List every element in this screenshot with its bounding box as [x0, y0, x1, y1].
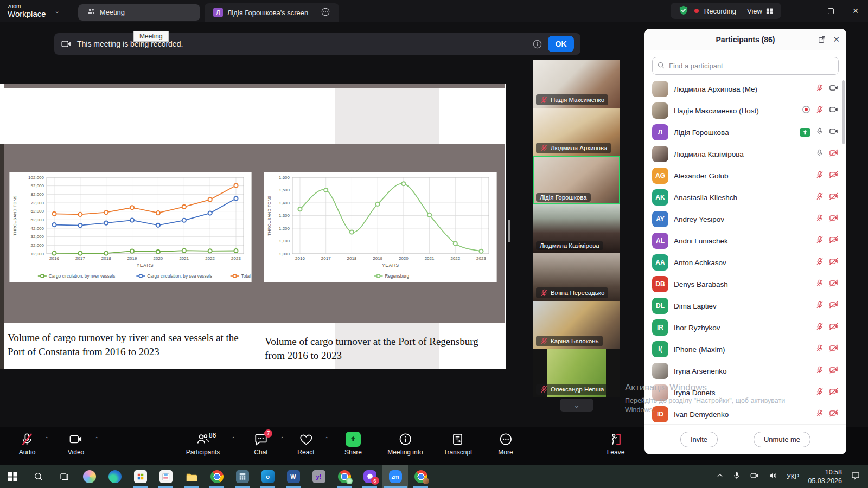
document-scrollbar[interactable]	[508, 220, 510, 242]
participant-row[interactable]: I(iPhone (Maxim)	[644, 338, 846, 360]
mic-muted-icon	[815, 214, 824, 224]
participant-row[interactable]: AGAlexander Golub	[644, 165, 846, 187]
chevron-down-icon[interactable]: ⌄	[55, 8, 60, 15]
video-tile[interactable]: Людмила Архипова	[533, 108, 620, 156]
audio-options-chevron[interactable]: ⌃	[44, 436, 49, 442]
taskbar-icon-chrome[interactable]	[204, 465, 229, 488]
participants-scrollbar[interactable]	[842, 80, 845, 144]
info-icon[interactable]	[532, 39, 542, 49]
language-indicator[interactable]: УКР	[787, 473, 800, 480]
transcript-button[interactable]: Transcript	[444, 432, 473, 456]
camera-off-icon	[829, 322, 839, 333]
taskbar-icon-zoom[interactable]: zm	[382, 465, 408, 488]
taskbar-icon-chrome-globe[interactable]	[331, 465, 357, 488]
taskbar-icon-calculator[interactable]	[229, 465, 255, 488]
taskbar-icon-viber[interactable]: 6	[357, 465, 382, 488]
svg-text:102,000: 102,000	[28, 175, 44, 180]
more-options-icon[interactable]	[321, 7, 330, 18]
mic-muted-icon	[815, 105, 824, 116]
mic-muted-icon	[815, 322, 824, 333]
taskbar-icon-file-explorer[interactable]	[178, 465, 204, 488]
view-button[interactable]: View	[747, 7, 774, 15]
taskbar-icon-start[interactable]	[0, 465, 25, 488]
ok-button[interactable]: OK	[548, 36, 574, 52]
participant-name: Iryna Arsenenko	[674, 367, 727, 375]
tab-meeting[interactable]: Meeting	[78, 4, 200, 21]
close-button[interactable]: ✕	[843, 0, 868, 22]
video-tile[interactable]: Олександр Непша	[533, 349, 620, 397]
more-button[interactable]: More	[498, 432, 513, 456]
participant-row[interactable]: Iryna Donets	[644, 382, 846, 403]
more-tiles-chevron-button[interactable]: ⌄	[560, 399, 593, 412]
taskbar-clock[interactable]: 10:58 05.03.2026	[808, 468, 842, 486]
participant-name: Alexander Golub	[674, 172, 729, 180]
video-tile[interactable]: Надія Максименко	[533, 60, 620, 108]
taskbar-icon-store[interactable]	[127, 465, 153, 488]
tray-microphone-icon[interactable]	[732, 471, 741, 482]
audio-button[interactable]: Audio	[19, 432, 36, 456]
chart-constanta: 12,00022,00032,00042,00052,00062,00072,0…	[10, 172, 251, 282]
participant-row[interactable]: AYAndrey Yesipov	[644, 208, 846, 230]
meeting-status-pill: Recording View	[671, 3, 781, 19]
video-tile[interactable]: Каріна Бєлоконь	[533, 301, 620, 349]
video-tile[interactable]: Людмила Казімірова	[533, 204, 620, 253]
tab-shared-screen[interactable]: Л Лідія Горошкова's screen	[205, 3, 339, 22]
taskbar-icon-yahoo[interactable]: y!	[306, 465, 331, 488]
react-options-chevron[interactable]: ⌃	[324, 436, 329, 442]
pop-out-icon[interactable]	[818, 35, 826, 44]
participant-row[interactable]: IRIhor Ryzhykov	[644, 317, 846, 338]
participant-row[interactable]: Надія Максименко (Host)	[644, 100, 846, 121]
find-participant-input[interactable]	[652, 57, 839, 75]
video-button[interactable]: Video	[68, 432, 84, 456]
participant-row[interactable]: DLDima Laptiev	[644, 295, 846, 317]
svg-text:2022: 2022	[205, 256, 215, 261]
meeting-info-button[interactable]: Meeting info	[387, 432, 423, 456]
brand-line1: zoom	[8, 4, 46, 9]
taskbar-icon-floppy-app[interactable]	[153, 465, 178, 488]
camera-off-icon	[829, 408, 839, 420]
notification-center-icon[interactable]	[851, 471, 860, 483]
participant-row[interactable]: ALAndrii Luniachek	[644, 230, 846, 252]
tab-meeting-label: Meeting	[100, 8, 125, 16]
participant-row[interactable]: AKAnastasiia Klieshch	[644, 187, 846, 208]
share-button[interactable]: Share	[344, 432, 362, 456]
camera-off-icon	[829, 300, 839, 312]
tray-chevron-up-icon[interactable]	[716, 472, 724, 481]
unmute-me-button[interactable]: Unmute me	[754, 432, 810, 447]
video-tile-name: Віліна Пересадько	[536, 287, 608, 298]
maximize-button[interactable]	[818, 0, 843, 22]
chat-options-chevron[interactable]: ⌃	[280, 436, 284, 442]
taskbar-icon-search[interactable]	[25, 465, 51, 488]
participant-row[interactable]: Людмила Казімірова	[644, 143, 846, 165]
tray-speaker-icon[interactable]	[768, 471, 778, 483]
chat-badge: 7	[264, 429, 272, 438]
react-button[interactable]: React	[297, 432, 314, 456]
participants-options-chevron[interactable]: ⌃	[231, 436, 235, 442]
security-shield-icon[interactable]	[678, 5, 689, 17]
taskbar-icon-chrome-profile[interactable]	[408, 465, 433, 488]
svg-text:2016: 2016	[295, 256, 305, 261]
leave-button[interactable]: Leave	[607, 432, 625, 456]
participant-row[interactable]: Людмила Архипова (Me)	[644, 78, 846, 100]
participant-row[interactable]: Iryna Arsenenko	[644, 360, 846, 382]
participants-button[interactable]: 86 Participants	[186, 432, 220, 456]
taskbar-icon-edge[interactable]	[102, 465, 127, 488]
taskbar-icon-task-view[interactable]	[51, 465, 76, 488]
close-panel-icon[interactable]: ✕	[833, 35, 840, 44]
minimize-button[interactable]: ─	[793, 0, 818, 22]
tray-camera-icon[interactable]	[750, 471, 760, 483]
taskbar-icon-copilot[interactable]	[76, 465, 102, 488]
participant-row[interactable]: DBDenys Barabash	[644, 273, 846, 295]
meeting-tooltip: Meeting	[133, 31, 169, 42]
video-tile[interactable]: Лідія Горошкова	[533, 156, 620, 204]
participant-row[interactable]: ЛЛідія Горошкова	[644, 121, 846, 143]
participant-row[interactable]: AAAnton Achkasov	[644, 252, 846, 273]
taskbar-icon-outlook[interactable]: o	[255, 465, 280, 488]
participant-row[interactable]: IDIvan Demydenko	[644, 403, 846, 424]
video-tile[interactable]: Віліна Пересадько	[533, 253, 620, 301]
invite-button[interactable]: Invite	[680, 432, 718, 447]
taskbar-icon-word[interactable]: W	[280, 465, 306, 488]
video-options-chevron[interactable]: ⌃	[94, 436, 99, 442]
taskbar-date: 05.03.2026	[808, 477, 842, 485]
chat-button[interactable]: 7 Chat	[254, 432, 268, 456]
